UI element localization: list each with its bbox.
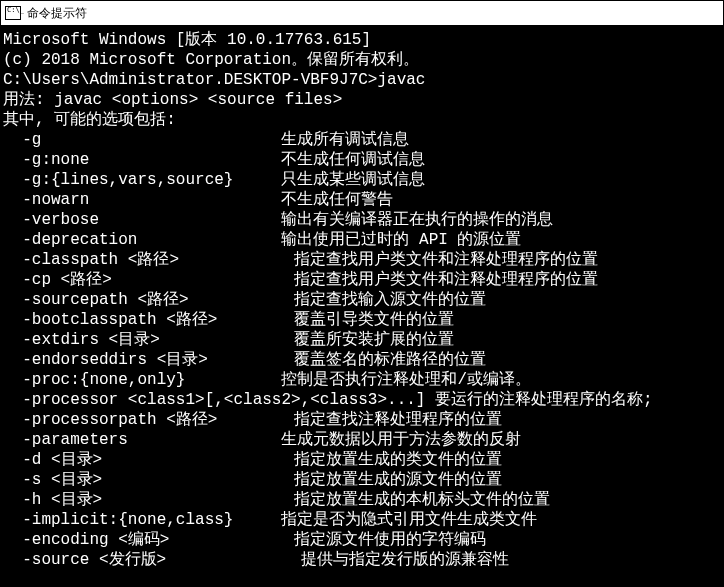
version-line: Microsoft Windows [版本 10.0.17763.615] xyxy=(3,30,721,50)
option-desc: 指定源文件使用的字符编码 xyxy=(294,530,486,550)
option-flag: -deprecation xyxy=(3,230,281,250)
option-desc: 生成元数据以用于方法参数的反射 xyxy=(281,430,521,450)
option-flag: -g xyxy=(3,130,281,150)
option-row: -proc:{none,only} 控制是否执行注释处理和/或编译。 xyxy=(3,370,721,390)
option-desc: 指定查找注释处理程序的位置 xyxy=(294,410,502,430)
option-row: -d <目录> 指定放置生成的类文件的位置 xyxy=(3,450,721,470)
option-row: -g:{lines,vars,source} 只生成某些调试信息 xyxy=(3,170,721,190)
option-desc: 输出使用已过时的 API 的源位置 xyxy=(281,230,521,250)
option-desc: 覆盖签名的标准路径的位置 xyxy=(294,350,486,370)
option-flag: -h <目录> xyxy=(3,490,294,510)
option-flag: -source <发行版> xyxy=(3,550,301,570)
option-flag: -cp <路径> xyxy=(3,270,294,290)
option-row: -processor <class1>[,<class2>,<class3>..… xyxy=(3,390,721,410)
option-flag: -g:{lines,vars,source} xyxy=(3,170,281,190)
option-row: -source <发行版> 提供与指定发行版的源兼容性 xyxy=(3,550,721,570)
option-flag: -s <目录> xyxy=(3,470,294,490)
window-title: 命令提示符 xyxy=(27,6,87,21)
option-flag: -endorseddirs <目录> xyxy=(3,350,294,370)
option-flag: -parameters xyxy=(3,430,281,450)
option-row: -bootclasspath <路径> 覆盖引导类文件的位置 xyxy=(3,310,721,330)
option-row: -deprecation 输出使用已过时的 API 的源位置 xyxy=(3,230,721,250)
option-desc: 生成所有调试信息 xyxy=(281,130,409,150)
option-flag: -processor <class1>[,<class2>,<class3>..… xyxy=(3,390,435,410)
option-desc: 指定查找输入源文件的位置 xyxy=(294,290,486,310)
cmd-icon xyxy=(5,6,21,20)
option-desc: 要运行的注释处理程序的名称; xyxy=(435,390,653,410)
option-desc: 只生成某些调试信息 xyxy=(281,170,425,190)
prompt-line: C:\Users\Administrator.DESKTOP-VBF9J7C>j… xyxy=(3,70,721,90)
option-desc: 指定查找用户类文件和注释处理程序的位置 xyxy=(294,270,598,290)
option-row: -sourcepath <路径> 指定查找输入源文件的位置 xyxy=(3,290,721,310)
titlebar[interactable]: 命令提示符 xyxy=(1,1,723,26)
option-flag: -bootclasspath <路径> xyxy=(3,310,294,330)
option-flag: -proc:{none,only} xyxy=(3,370,281,390)
option-row: -implicit:{none,class} 指定是否为隐式引用文件生成类文件 xyxy=(3,510,721,530)
option-desc: 不生成任何调试信息 xyxy=(281,150,425,170)
option-row: -cp <路径> 指定查找用户类文件和注释处理程序的位置 xyxy=(3,270,721,290)
option-desc: 输出有关编译器正在执行的操作的消息 xyxy=(281,210,553,230)
copyright-line: (c) 2018 Microsoft Corporation。保留所有权利。 xyxy=(3,50,721,70)
option-desc: 指定放置生成的源文件的位置 xyxy=(294,470,502,490)
option-row: -s <目录> 指定放置生成的源文件的位置 xyxy=(3,470,721,490)
option-row: -processorpath <路径> 指定查找注释处理程序的位置 xyxy=(3,410,721,430)
option-flag: -g:none xyxy=(3,150,281,170)
option-row: -verbose 输出有关编译器正在执行的操作的消息 xyxy=(3,210,721,230)
option-desc: 控制是否执行注释处理和/或编译。 xyxy=(281,370,531,390)
option-flag: -verbose xyxy=(3,210,281,230)
option-desc: 提供与指定发行版的源兼容性 xyxy=(301,550,509,570)
option-desc: 覆盖所安装扩展的位置 xyxy=(294,330,454,350)
option-desc: 覆盖引导类文件的位置 xyxy=(294,310,454,330)
option-row: -parameters 生成元数据以用于方法参数的反射 xyxy=(3,430,721,450)
option-flag: -nowarn xyxy=(3,190,281,210)
option-row: -classpath <路径> 指定查找用户类文件和注释处理程序的位置 xyxy=(3,250,721,270)
option-row: -h <目录> 指定放置生成的本机标头文件的位置 xyxy=(3,490,721,510)
option-flag: -extdirs <目录> xyxy=(3,330,294,350)
options-list: -g 生成所有调试信息 -g:none 不生成任何调试信息 -g:{lines,… xyxy=(3,130,721,570)
option-desc: 指定查找用户类文件和注释处理程序的位置 xyxy=(294,250,598,270)
option-flag: -processorpath <路径> xyxy=(3,410,294,430)
terminal-output[interactable]: Microsoft Windows [版本 10.0.17763.615](c)… xyxy=(1,26,723,586)
option-row: -nowarn 不生成任何警告 xyxy=(3,190,721,210)
option-desc: 指定是否为隐式引用文件生成类文件 xyxy=(281,510,537,530)
option-row: -encoding <编码> 指定源文件使用的字符编码 xyxy=(3,530,721,550)
option-flag: -classpath <路径> xyxy=(3,250,294,270)
option-row: -g 生成所有调试信息 xyxy=(3,130,721,150)
option-flag: -encoding <编码> xyxy=(3,530,294,550)
option-desc: 不生成任何警告 xyxy=(281,190,393,210)
option-desc: 指定放置生成的本机标头文件的位置 xyxy=(294,490,550,510)
usage-line: 用法: javac <options> <source files> xyxy=(3,90,721,110)
option-flag: -implicit:{none,class} xyxy=(3,510,281,530)
option-row: -extdirs <目录> 覆盖所安装扩展的位置 xyxy=(3,330,721,350)
where-line: 其中, 可能的选项包括: xyxy=(3,110,721,130)
option-row: -endorseddirs <目录> 覆盖签名的标准路径的位置 xyxy=(3,350,721,370)
cmd-window: 命令提示符 Microsoft Windows [版本 10.0.17763.6… xyxy=(0,0,724,587)
option-desc: 指定放置生成的类文件的位置 xyxy=(294,450,502,470)
option-flag: -d <目录> xyxy=(3,450,294,470)
option-row: -g:none 不生成任何调试信息 xyxy=(3,150,721,170)
option-flag: -sourcepath <路径> xyxy=(3,290,294,310)
